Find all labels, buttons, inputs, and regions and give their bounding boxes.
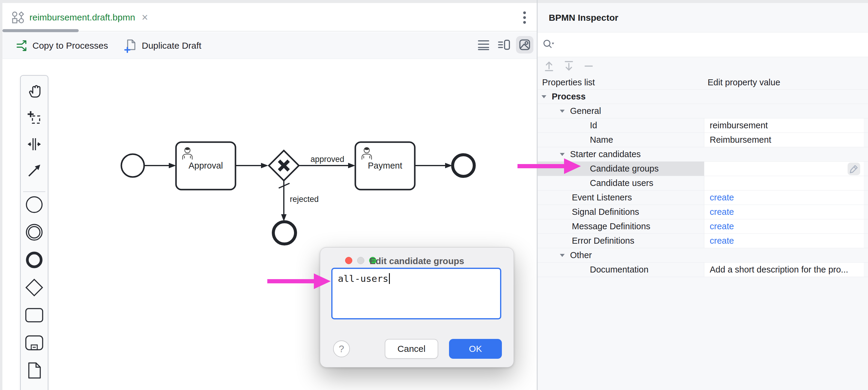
list-view-icon: [477, 38, 490, 51]
col-properties-list: Properties list: [542, 78, 595, 87]
remove-icon[interactable]: [583, 60, 595, 72]
inspector-title: BPMN Inspector: [538, 3, 868, 32]
bpmn-inspector-panel: BPMN Inspector Properties list Edit prop…: [538, 3, 868, 390]
search-icon: [542, 39, 554, 51]
group-row-general[interactable]: General: [538, 104, 868, 118]
edit-candidate-groups-dialog: Edit candidate groups all-users ? Cancel…: [320, 247, 514, 367]
chevron-down-icon[interactable]: [560, 254, 565, 257]
flow-approved-label: approved: [311, 155, 344, 164]
editor-menu-kebab-icon[interactable]: [518, 11, 531, 24]
create-link[interactable]: create: [710, 192, 734, 203]
candidate-groups-textarea[interactable]: all-users: [331, 268, 501, 320]
bpmn-file-icon: [11, 11, 25, 24]
group-row-other[interactable]: Other: [538, 248, 868, 263]
inspector-search-field[interactable]: [538, 32, 868, 57]
help-button[interactable]: ?: [333, 340, 350, 357]
end-event-node[interactable]: [453, 155, 474, 176]
chevron-down-icon[interactable]: [560, 110, 565, 113]
inspector-column-headers: Properties list Edit property value: [538, 75, 868, 90]
property-row-error-definitions[interactable]: Error Definitions create: [538, 234, 868, 248]
chevron-down-icon[interactable]: [541, 95, 546, 98]
task-approval-label: Approval: [189, 161, 223, 170]
move-up-icon[interactable]: [543, 60, 555, 72]
duplicate-draft-button[interactable]: Duplicate Draft: [124, 32, 201, 59]
group-row-starter-candidates[interactable]: Starter candidates: [538, 147, 868, 162]
candidate-users-value[interactable]: [704, 176, 864, 190]
pencil-icon: [849, 164, 859, 174]
group-row-process[interactable]: Process: [538, 90, 868, 104]
copy-to-processes-icon: [16, 40, 29, 52]
editor-toolbar: Copy to Processes Duplicate Draft: [2, 32, 538, 59]
app-window: reimbursement.draft.bpmn × Copy to Proce…: [0, 0, 868, 390]
textarea-value: all-users: [338, 273, 389, 284]
create-link[interactable]: create: [710, 221, 734, 231]
flow-rejected-label: rejected: [290, 195, 319, 204]
property-row-message-definitions[interactable]: Message Definitions create: [538, 219, 868, 234]
inspector-toolbar: [538, 57, 868, 75]
view-mode-split-button[interactable]: [495, 36, 513, 54]
tab-close-icon[interactable]: ×: [140, 12, 150, 23]
duplicate-draft-icon: [124, 38, 138, 53]
property-row-id[interactable]: Id reimbursement: [538, 118, 868, 133]
create-link[interactable]: create: [710, 236, 734, 246]
start-event-node[interactable]: [121, 154, 144, 177]
diagram-view-icon: [518, 38, 531, 51]
tab-scrollbar-thumb[interactable]: [2, 29, 79, 32]
tab-label: reimbursement.draft.bpmn: [29, 12, 135, 23]
id-value[interactable]: reimbursement: [704, 118, 864, 132]
annotation-arrow-candidate-groups: [515, 156, 584, 177]
property-row-documentation[interactable]: Documentation Add a short description fo…: [538, 263, 868, 277]
property-row-candidate-users[interactable]: Candidate users: [538, 176, 868, 190]
task-payment-label: Payment: [368, 161, 402, 170]
view-mode-list-button[interactable]: [475, 36, 492, 54]
property-row-signal-definitions[interactable]: Signal Definitions create: [538, 205, 868, 219]
edit-pencil-button[interactable]: [847, 162, 860, 175]
chevron-down-icon[interactable]: [560, 153, 565, 156]
col-edit-property-value: Edit property value: [708, 78, 780, 87]
property-row-event-listeners[interactable]: Event Listeners create: [538, 190, 868, 205]
property-row-candidate-groups[interactable]: Candidate groups: [538, 162, 868, 176]
annotation-arrow-textarea: [265, 271, 334, 292]
copy-to-processes-button[interactable]: Copy to Processes: [16, 32, 108, 59]
move-down-icon[interactable]: [563, 60, 575, 72]
tab-reimbursement-draft[interactable]: reimbursement.draft.bpmn ×: [11, 3, 150, 32]
view-mode-diagram-button[interactable]: [516, 36, 533, 54]
tab-bar: reimbursement.draft.bpmn ×: [2, 3, 538, 32]
documentation-value[interactable]: Add a short description for the pro...: [704, 263, 864, 277]
split-view-icon: [497, 38, 510, 51]
create-link[interactable]: create: [710, 207, 734, 217]
candidate-groups-value[interactable]: [704, 162, 864, 176]
end-event-node-rejected[interactable]: [273, 222, 296, 244]
dialog-title: Edit candidate groups: [320, 256, 514, 266]
cancel-button[interactable]: Cancel: [385, 339, 438, 359]
name-value[interactable]: Reimbursement: [704, 133, 864, 147]
text-caret: [389, 273, 390, 284]
property-row-name[interactable]: Name Reimbursement: [538, 133, 868, 147]
ok-button[interactable]: OK: [449, 339, 502, 359]
